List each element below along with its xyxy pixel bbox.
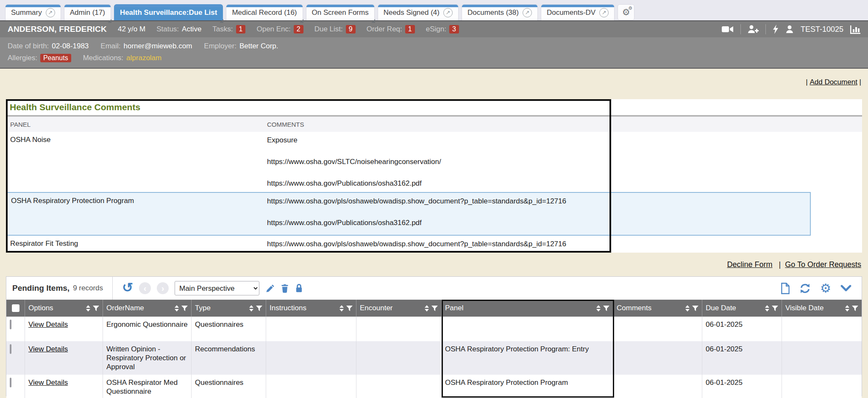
user-id[interactable]: TEST-10025 xyxy=(801,25,843,34)
sort-icon[interactable] xyxy=(845,305,849,312)
filter-icon[interactable] xyxy=(852,306,858,311)
filter-icon[interactable] xyxy=(346,306,353,311)
sort-icon[interactable] xyxy=(685,305,690,312)
status-value: Active xyxy=(182,25,201,33)
order-req-badge[interactable]: 1 xyxy=(405,25,415,33)
allergy-badge[interactable]: Peanuts xyxy=(40,54,71,62)
bar-chart-icon[interactable] xyxy=(850,25,860,34)
sort-icon[interactable] xyxy=(175,305,179,312)
tab-documents[interactable]: Documents (38) ↗ xyxy=(462,4,538,20)
view-details-link[interactable]: View Details xyxy=(28,379,68,387)
delete-trash-icon[interactable] xyxy=(281,284,289,293)
add-document-link[interactable]: Add Document xyxy=(810,78,857,86)
allergies-label: Allergies: xyxy=(8,54,37,62)
tab-summary[interactable]: Summary ↗ xyxy=(5,4,61,20)
table-row[interactable]: View Details Written Opinion - Respirato… xyxy=(6,341,862,375)
filter-icon[interactable] xyxy=(692,306,698,311)
edit-pencil-icon[interactable] xyxy=(265,284,275,293)
add-user-icon[interactable] xyxy=(748,25,759,33)
filter-icon[interactable] xyxy=(603,306,609,311)
due-date-cell: 06-01-2025 xyxy=(702,341,782,375)
tab-settings-gear-button[interactable]: ⚙⚙ xyxy=(618,4,634,20)
table-row[interactable]: View Details OSHA Respirator Med Questio… xyxy=(6,375,862,398)
instructions-cell xyxy=(266,375,356,398)
row-checkbox[interactable] xyxy=(10,320,11,329)
new-document-icon[interactable] xyxy=(781,283,790,294)
collapse-chevron-icon[interactable] xyxy=(840,284,851,292)
column-header-encounter[interactable]: Encounter xyxy=(356,300,442,317)
tab-needs-signed[interactable]: Needs Signed (4) ↗ xyxy=(378,4,459,20)
column-header-instructions[interactable]: Instructions xyxy=(266,300,356,317)
refresh-icon[interactable] xyxy=(799,283,811,294)
user-icon[interactable] xyxy=(785,25,794,33)
sort-icon[interactable] xyxy=(339,305,344,312)
tab-label: Documents (38) xyxy=(467,8,519,17)
health-surveillance-comments-panel: Health Surveillance Comments PANEL COMME… xyxy=(6,99,862,253)
sort-icon[interactable] xyxy=(249,305,253,312)
select-all-checkbox[interactable] xyxy=(12,304,19,312)
open-enc-badge[interactable]: 2 xyxy=(294,25,303,33)
comments-row-respirator-fit-testing[interactable]: Respirator Fit Testing https://www.osha.… xyxy=(6,236,811,253)
pending-table-header: Options OrderName Type Instructions Enco… xyxy=(6,300,862,317)
comments-row-osha-noise[interactable]: OSHA Noise Exposure https://www.osha.gov… xyxy=(6,132,811,192)
filter-icon[interactable] xyxy=(93,306,99,311)
column-header-ordername[interactable]: OrderName xyxy=(103,300,192,317)
tasks-label: Tasks: xyxy=(212,25,233,33)
decline-form-link[interactable]: Decline Form xyxy=(727,260,772,269)
table-row[interactable]: View Details Ergonomic Questionnaire Que… xyxy=(6,317,862,341)
tasks-badge[interactable]: 1 xyxy=(236,25,246,33)
view-details-link[interactable]: View Details xyxy=(28,320,68,328)
sort-icon[interactable] xyxy=(86,305,90,312)
forward-icon[interactable]: › xyxy=(157,282,169,294)
column-header-options[interactable]: Options xyxy=(25,300,103,317)
tab-medical-record[interactable]: Medical Record (16) xyxy=(226,4,303,20)
lock-icon[interactable] xyxy=(295,284,303,293)
view-details-link[interactable]: View Details xyxy=(28,345,68,353)
medication-value[interactable]: alprazolam xyxy=(126,54,161,62)
filter-icon[interactable] xyxy=(256,306,262,311)
patient-banner: ANDERSON, FREDERICK 42 y/o M Status: Act… xyxy=(0,20,868,37)
row-checkbox[interactable] xyxy=(10,344,11,354)
sort-icon[interactable] xyxy=(765,305,769,312)
due-list-badge[interactable]: 9 xyxy=(346,25,356,33)
popout-icon[interactable]: ↗ xyxy=(523,8,532,17)
sort-icon[interactable] xyxy=(425,305,429,312)
tab-on-screen-forms[interactable]: On Screen Forms xyxy=(306,4,375,20)
employer-value: Better Corp. xyxy=(239,42,278,50)
esign-badge[interactable]: 3 xyxy=(449,25,459,33)
open-enc-label: Open Enc: xyxy=(256,25,290,33)
comments-row-osha-respiratory-selected[interactable]: OSHA Respiratory Protection Program http… xyxy=(6,192,811,236)
tab-documents-dv[interactable]: Documents-DV ↗ xyxy=(541,4,615,20)
popout-icon[interactable]: ↗ xyxy=(46,8,55,17)
column-header-type[interactable]: Type xyxy=(192,300,266,317)
tab-bar: Summary ↗ Admin (17) Health Surveillance… xyxy=(0,0,868,20)
pending-toolbar: Pending Items, 9 records ↺ ‹ › Main Pers… xyxy=(6,277,862,300)
popout-icon[interactable]: ↗ xyxy=(443,8,453,17)
row-select-cell xyxy=(6,317,25,341)
sort-icon[interactable] xyxy=(596,305,601,312)
filter-icon[interactable] xyxy=(431,306,438,311)
go-to-order-requests-link[interactable]: Go To Order Requests xyxy=(785,260,861,269)
lightning-icon[interactable] xyxy=(773,25,779,34)
perspective-select[interactable]: Main Perspective xyxy=(175,281,259,295)
table-settings-gear-icon[interactable]: ⚙ xyxy=(820,282,831,295)
undo-icon[interactable]: ↺ xyxy=(122,281,133,294)
column-header-due-date[interactable]: Due Date xyxy=(702,300,782,317)
column-header-panel[interactable]: Panel xyxy=(442,300,613,317)
back-icon[interactable]: ‹ xyxy=(139,282,151,294)
row-checkbox[interactable] xyxy=(10,378,11,387)
panel-cell: Respirator Fit Testing xyxy=(6,236,263,253)
tab-health-surveillance-due-list[interactable]: Health Surveillance:Due List xyxy=(114,4,223,20)
video-call-icon[interactable] xyxy=(722,25,734,33)
panel-cell: OSHA Respiratory Protection Program: Ent… xyxy=(442,341,613,375)
comments-cell xyxy=(613,375,702,398)
popout-icon[interactable]: ↗ xyxy=(599,8,609,17)
column-header-visible-date[interactable]: Visible Date xyxy=(782,300,862,317)
filter-icon[interactable] xyxy=(772,306,778,311)
column-header-comments[interactable]: Comments xyxy=(613,300,702,317)
email-value: horner@mieweb.com xyxy=(124,42,192,50)
visible-date-cell xyxy=(782,375,862,398)
patient-age-sex: 42 y/o M xyxy=(118,25,145,33)
filter-icon[interactable] xyxy=(181,306,188,311)
tab-admin[interactable]: Admin (17) xyxy=(64,4,111,20)
